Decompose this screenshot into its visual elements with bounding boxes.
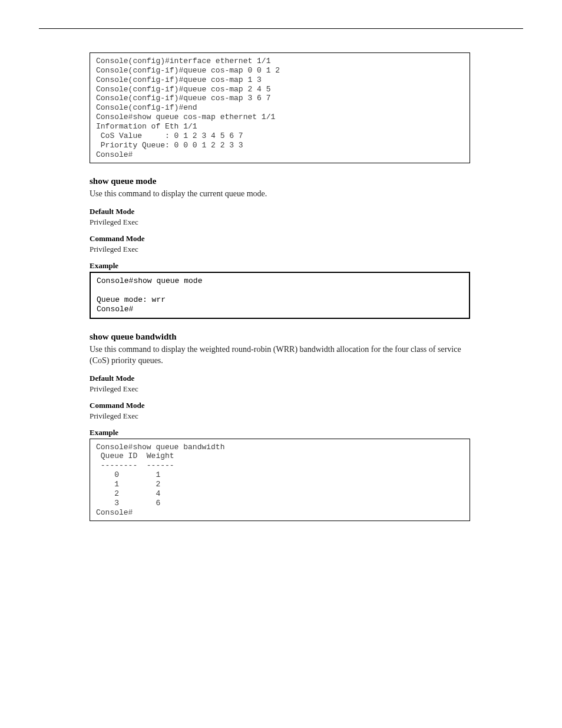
code-block-cos-map: Console(config)#interface ethernet 1/1 C…: [90, 52, 470, 163]
section-title-queue-bandwidth: show queue bandwidth: [90, 332, 523, 342]
label-example-1: Example: [90, 261, 523, 271]
page: Console(config)#interface ethernet 1/1 C…: [0, 0, 562, 586]
label-default-mode-2: Default Mode: [90, 374, 523, 383]
value-default-mode-2: Privileged Exec: [90, 384, 470, 394]
label-command-mode-2: Command Mode: [90, 401, 523, 410]
section-title-queue-mode: show queue mode: [90, 176, 523, 186]
code-block-queue-mode: Console#show queue mode Queue mode: wrr …: [90, 272, 470, 318]
label-default-mode: Default Mode: [90, 207, 523, 216]
label-example-2: Example: [90, 428, 523, 437]
header-rule: [39, 28, 523, 29]
label-command-mode: Command Mode: [90, 234, 523, 243]
value-default-mode: Privileged Exec: [90, 218, 470, 227]
section-desc-queue-mode: Use this command to display the current …: [90, 189, 470, 200]
section-desc-queue-bandwidth: Use this command to display the weighted…: [90, 344, 470, 367]
value-command-mode: Privileged Exec: [90, 245, 470, 254]
code-block-queue-bandwidth: Console#show queue bandwidth Queue ID We…: [90, 439, 470, 522]
value-command-mode-2: Privileged Exec: [90, 411, 470, 421]
